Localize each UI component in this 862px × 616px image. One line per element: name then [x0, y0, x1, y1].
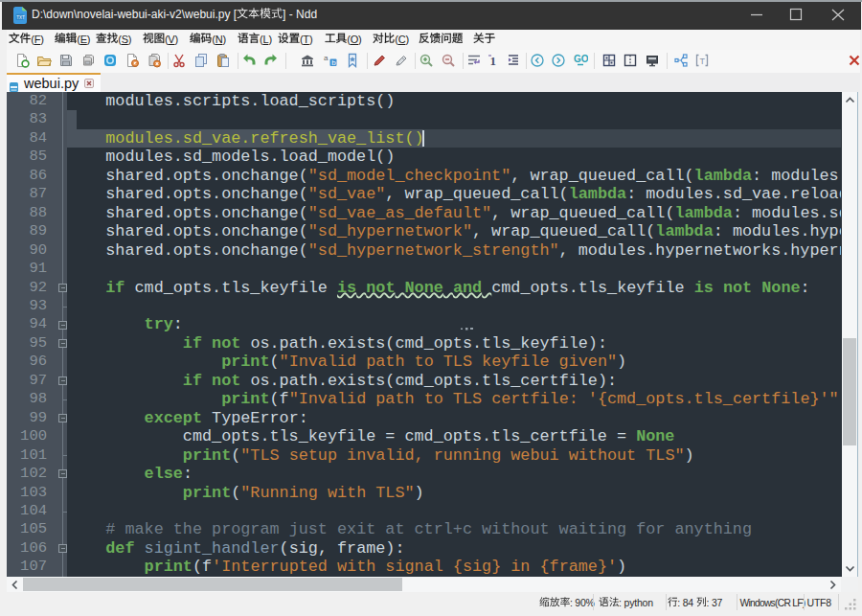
svg-text:T: T [699, 57, 705, 66]
svg-text:b: b [331, 58, 336, 67]
svg-text:a: a [324, 54, 329, 62]
svg-text:GO: GO [574, 54, 588, 64]
svg-text:TXT: TXT [16, 15, 25, 20]
